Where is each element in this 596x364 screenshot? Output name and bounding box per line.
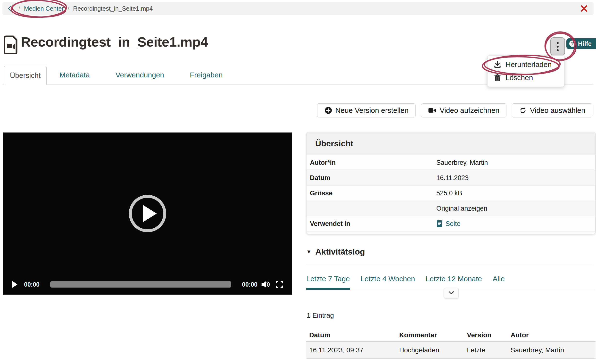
seek-bar[interactable] (50, 281, 231, 288)
refresh-icon (519, 106, 527, 115)
link-label: Seite (446, 220, 461, 228)
back-button[interactable] (6, 5, 14, 12)
videocam-icon (428, 107, 437, 114)
entry-count: 1 Eintrag (307, 312, 334, 319)
breadcrumb-separator: / (18, 5, 20, 12)
tab-uebersicht[interactable]: Übersicht (4, 66, 47, 85)
volume-button[interactable] (261, 280, 271, 289)
kebab-dot (557, 46, 559, 48)
filter-alle[interactable]: Alle (493, 275, 505, 290)
row-label: Grösse (310, 190, 436, 197)
activity-log-title: Aktivitätslog (315, 247, 365, 256)
cell-version: Letzte (467, 346, 511, 354)
player-controls: 00:00 00:00 (3, 278, 292, 291)
filter-letzte-7-tage[interactable]: Letzte 7 Tage (306, 275, 350, 290)
activity-table: Datum Kommentar Version Autor 16.11.2023… (306, 329, 596, 359)
breadcrumb-link-medien-center[interactable]: Medien Center (24, 5, 64, 12)
row-value: Sauerbrey, Martin (436, 159, 592, 166)
seite-link[interactable]: Seite (436, 220, 592, 228)
breadcrumb: / Medien Center / Recordingtest_in_Seite… (2, 2, 594, 15)
menu-item-herunterladen[interactable]: Herunterladen (488, 58, 564, 71)
overview-row-autor: Autor*in Sauerbrey, Martin (306, 155, 595, 170)
chevron-down-icon (448, 291, 455, 296)
kebab-dot (557, 49, 559, 51)
volume-icon (261, 280, 271, 289)
overview-row-original: Original anzeigen (306, 201, 595, 216)
big-play-button[interactable] (127, 193, 168, 234)
activity-table-header: Datum Kommentar Version Autor (306, 329, 596, 342)
cell-kommentar: Hochgeladen (399, 346, 467, 354)
filter-letzte-4-wochen[interactable]: Letzte 4 Wochen (361, 275, 415, 290)
download-icon (493, 60, 502, 69)
overview-panel: Übersicht Autor*in Sauerbrey, Martin Dat… (306, 132, 596, 234)
question-circle-icon: ? (569, 40, 576, 47)
overview-row-datum: Datum 16.11.2023 (306, 170, 595, 186)
activity-divider (306, 264, 594, 264)
tab-verwendungen[interactable]: Verwendungen (103, 66, 177, 84)
button-label: Neue Version erstellen (335, 106, 409, 115)
current-time: 00:00 (24, 281, 43, 288)
column-header-datum: Datum (309, 331, 399, 339)
tab-freigaben[interactable]: Freigaben (177, 66, 235, 84)
new-version-button[interactable]: Neue Version erstellen (317, 103, 416, 117)
plus-circle-icon (324, 106, 332, 115)
page-title: Recordingtest_in_Seite1.mp4 (21, 34, 208, 50)
choose-video-button[interactable]: Video auswählen (512, 103, 592, 117)
help-label: Hilfe (578, 40, 592, 48)
video-file-icon (4, 35, 18, 55)
fullscreen-button[interactable] (275, 280, 284, 289)
cell-datum: 16.11.2023, 09:37 (309, 346, 399, 354)
row-label: Autor*in (310, 159, 436, 166)
help-button[interactable]: ? Hilfe (566, 38, 596, 49)
tab-metadata[interactable]: Metadata (47, 66, 103, 84)
cell-autor: Sauerbrey, Martin (511, 346, 593, 354)
column-header-kommentar: Kommentar (399, 331, 467, 339)
collapse-triangle-icon: ▼ (306, 249, 312, 255)
kebab-dropdown-menu: Herunterladen Löschen (487, 55, 564, 87)
button-label: Video auswählen (530, 106, 585, 115)
chevron-left-icon (6, 5, 13, 12)
breadcrumb-separator: / (68, 5, 69, 12)
column-header-version: Version (467, 331, 511, 339)
action-buttons: Neue Version erstellen Video aufzeichnen… (317, 103, 592, 117)
page-icon (436, 220, 443, 228)
activity-log-toggle[interactable]: ▼ Aktivitätslog (306, 247, 365, 256)
column-header-autor: Autor (511, 331, 593, 339)
fullscreen-icon (275, 280, 284, 289)
svg-text:?: ? (571, 41, 574, 46)
overview-row-groesse: Grösse 525.0 kB (306, 186, 595, 201)
trash-icon (493, 74, 502, 82)
row-value: 16.11.2023 (436, 174, 592, 182)
menu-item-loeschen[interactable]: Löschen (488, 71, 564, 84)
row-label: Verwendet in (310, 220, 436, 228)
menu-item-label: Löschen (505, 74, 533, 82)
video-player: 00:00 00:00 (3, 132, 292, 295)
expand-button[interactable] (444, 288, 459, 298)
close-button[interactable] (580, 4, 588, 13)
overview-panel-title: Übersicht (306, 132, 595, 155)
row-value: 525.0 kB (436, 190, 592, 197)
table-row: 16.11.2023, 09:37 Hochgeladen Letzte Sau… (306, 342, 596, 359)
button-label: Video aufzeichnen (440, 106, 499, 115)
kebab-menu-button[interactable] (550, 37, 565, 56)
play-icon (11, 281, 18, 288)
breadcrumb-current: Recordingtest_in_Seite1.mp4 (73, 5, 153, 12)
activity-filters: Letzte 7 Tage Letzte 4 Wochen Letzte 12 … (306, 275, 505, 290)
menu-item-label: Herunterladen (505, 60, 552, 69)
play-button[interactable] (11, 281, 18, 288)
close-icon (580, 4, 588, 13)
total-time: 00:00 (238, 281, 257, 288)
original-anzeigen-link[interactable]: Original anzeigen (436, 205, 592, 212)
kebab-dot (557, 42, 559, 44)
record-video-button[interactable]: Video aufzeichnen (421, 103, 506, 117)
overview-row-verwendet: Verwendet in Seite (306, 216, 595, 232)
row-label: Datum (310, 174, 436, 182)
